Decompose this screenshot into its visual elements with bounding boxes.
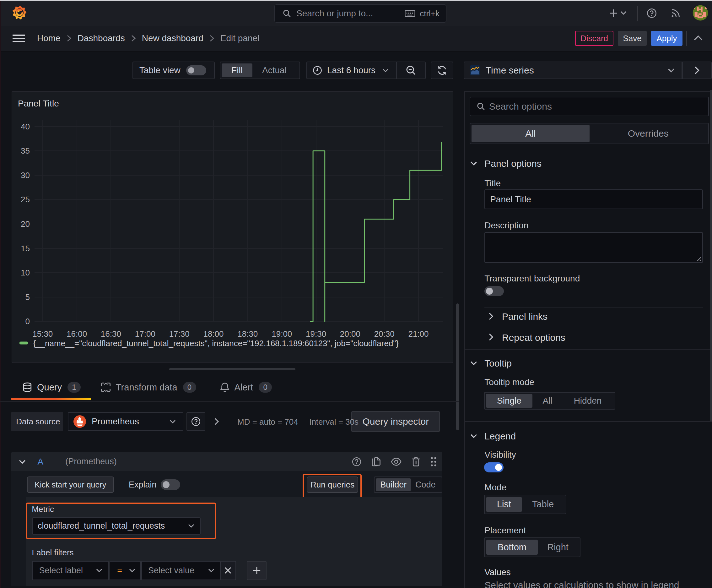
- svg-text:18:00: 18:00: [203, 329, 223, 339]
- svg-text:19:00: 19:00: [272, 329, 292, 339]
- svg-text:10: 10: [21, 268, 30, 277]
- svg-text:21:00: 21:00: [408, 329, 429, 339]
- svg-text:15: 15: [21, 244, 30, 253]
- svg-text:19:30: 19:30: [306, 329, 326, 339]
- svg-text:16:30: 16:30: [101, 329, 121, 339]
- svg-text:17:00: 17:00: [135, 329, 155, 339]
- svg-text:{__name__="cloudflared_tunnel_: {__name__="cloudflared_tunnel_total_requ…: [33, 339, 399, 348]
- svg-text:20:00: 20:00: [340, 329, 360, 339]
- svg-text:0: 0: [25, 317, 30, 326]
- svg-text:15:30: 15:30: [33, 329, 53, 339]
- svg-text:5: 5: [25, 292, 30, 302]
- svg-text:35: 35: [21, 146, 30, 155]
- svg-text:20:30: 20:30: [374, 329, 395, 339]
- svg-text:16:00: 16:00: [67, 329, 87, 339]
- svg-text:17:30: 17:30: [169, 329, 190, 339]
- svg-text:18:30: 18:30: [237, 329, 258, 339]
- svg-text:25: 25: [21, 195, 30, 204]
- svg-text:20: 20: [21, 219, 30, 229]
- svg-text:40: 40: [21, 122, 30, 131]
- svg-text:30: 30: [21, 171, 30, 180]
